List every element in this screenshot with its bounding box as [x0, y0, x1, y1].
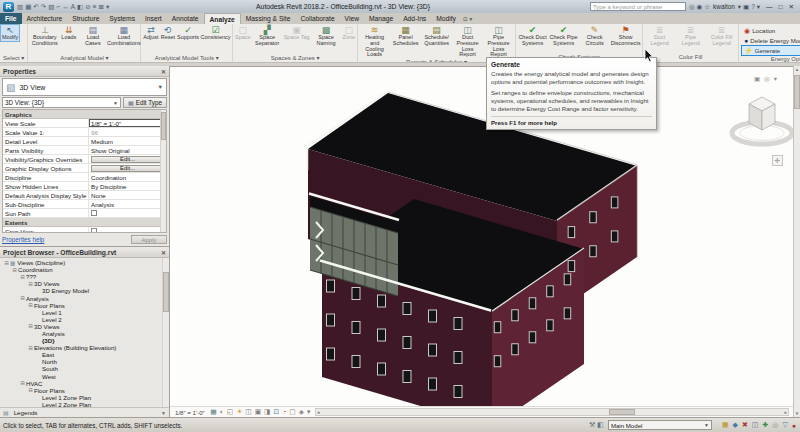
ribbon-button-supports[interactable]: ✓Supports	[176, 25, 200, 41]
drawing-area[interactable]: ▣ ◎ ▾ ✛ 1/8" = 1'-0" ▦◐◱☀◫▣◨⊡◔▢◈▾ ◂ ▸	[170, 66, 793, 417]
property-value-view-scale[interactable]: 1/8" = 1'-0"	[89, 119, 166, 127]
customize-qat-icon[interactable]: ▾	[105, 1, 110, 12]
tree-item-elevations-building-elevation[interactable]: ⊟Elevations (Building Elevation)	[0, 344, 162, 351]
ribbon-button-duct-pressure-loss-report[interactable]: ◫Duct Pressure Loss Report	[452, 25, 483, 58]
expand-icon[interactable]: ⊟	[11, 267, 18, 273]
tab-view[interactable]: View	[340, 13, 364, 24]
selection-count-icon[interactable]: ●	[791, 422, 797, 429]
scrollbar-thumb[interactable]	[163, 272, 169, 312]
ribbon-button-loads[interactable]: ⇊Loads	[60, 25, 77, 41]
apply-button[interactable]: Apply	[131, 235, 167, 244]
chevron-down-icon[interactable]: ▼	[113, 100, 118, 106]
reveal-hidden-icon[interactable]: ◔	[281, 408, 288, 416]
tab-massing-site[interactable]: Massing & Site	[241, 13, 296, 24]
tree-item-floor-plans[interactable]: ⊟Floor Plans	[0, 387, 162, 394]
worksets-icon[interactable]: ⚒	[588, 421, 596, 429]
redo-icon[interactable]: ↷	[40, 1, 47, 12]
ribbon-button-generate[interactable]: ⚡Generate	[742, 46, 800, 55]
signed-in-user[interactable]: kwalton	[713, 3, 735, 10]
ribbon-button-panel-schedules[interactable]: ▦Panel Schedules	[390, 25, 421, 47]
ribbon-button-pipe-pressure-loss-report[interactable]: ◫Pipe Pressure Loss Report	[483, 25, 514, 58]
wheel-icon[interactable]: ◎	[764, 75, 770, 83]
close-icon[interactable]: ✕	[161, 249, 166, 256]
model-graphics-style-icon[interactable]: ▦	[209, 408, 218, 416]
ribbon-button-adjust[interactable]: ⇄Adjust	[142, 25, 159, 41]
unlock-view-icon[interactable]: ◨	[263, 408, 272, 416]
ribbon-button-space-separator[interactable]: ▞Space Separator	[252, 25, 283, 47]
tab-panel-toggle-icon[interactable]: ⊡	[463, 16, 468, 22]
panel-label-analytical-model[interactable]: Analytical Model ▾	[28, 52, 140, 62]
tree-item-coordination[interactable]: ⊟Coordination	[0, 266, 162, 273]
ribbon-button-modify[interactable]: ↖Modify	[1, 25, 19, 41]
revit-logo-icon[interactable]: R	[3, 2, 14, 12]
properties-scrollbar[interactable]	[160, 110, 166, 232]
tree-item-west[interactable]: West	[0, 373, 162, 380]
crop-view-icon[interactable]: ◫	[244, 408, 253, 416]
close-hidden-windows-icon[interactable]: ⊠	[97, 1, 104, 12]
view-scale-control[interactable]: 1/8" = 1'-0"	[172, 409, 208, 416]
section-extents[interactable]: Extents	[3, 218, 166, 227]
tree-item-item[interactable]: ⊟???	[0, 273, 162, 280]
ribbon-button-delete-energy-model[interactable]: ●Delete Energy Model	[742, 36, 800, 45]
tree-item-views-discipline[interactable]: ⊟▦Views (Discipline)	[0, 259, 162, 266]
tab-insert[interactable]: Insert	[140, 13, 167, 24]
properties-help-link[interactable]: Properties help	[2, 236, 44, 243]
tab-architecture[interactable]: Architecture	[22, 13, 68, 24]
horizontal-scrollbar[interactable]: ◂ ▸	[315, 408, 789, 416]
tree-item-3d-views[interactable]: ⊟3D Views	[0, 323, 162, 330]
aligned-dimension-icon[interactable]: ↔	[61, 1, 70, 12]
chevron-down-icon[interactable]: ▼	[158, 84, 163, 90]
tree-item-floor-plans[interactable]: ⊟Floor Plans	[0, 302, 162, 309]
property-value-sub-discipline[interactable]: Analysis	[89, 200, 166, 208]
checkbox[interactable]	[91, 210, 97, 216]
tree-item-east[interactable]: East	[0, 351, 162, 358]
expand-icon[interactable]: ⊟	[27, 345, 34, 351]
expand-icon[interactable]: ⊟	[27, 281, 34, 287]
panel-label-select[interactable]: Select ▾	[0, 52, 27, 62]
chevron-down-icon[interactable]: ▼	[161, 410, 166, 416]
restore-icon[interactable]: □	[776, 3, 786, 11]
communication-center-icon[interactable]: ◉	[696, 3, 704, 11]
scroll-left-icon[interactable]: ◂	[316, 409, 321, 415]
tree-item-3d-energy-model[interactable]: 3D Energy Model	[0, 287, 162, 294]
ribbon-button-consistency[interactable]: ☑Consistency	[200, 25, 231, 41]
close-icon[interactable]: ✕	[161, 68, 166, 75]
section-graphics[interactable]: Graphics	[3, 110, 166, 119]
tree-item-analysis[interactable]: ⊟Analysis	[0, 294, 162, 301]
property-value-visibility-graphics-overrides[interactable]: Edit...	[89, 155, 166, 163]
scrollbar-thumb[interactable]	[609, 409, 635, 415]
close-icon[interactable]: ✕	[786, 3, 797, 11]
ribbon-button-location[interactable]: ◉Location	[742, 26, 800, 35]
navigation-bar-icon[interactable]: ✛	[772, 155, 783, 166]
home-icon[interactable]: ▣	[754, 75, 760, 83]
view-selector[interactable]: 3D View: {3D} ▼	[2, 97, 121, 108]
exclude-options-icon[interactable]: ✖	[741, 421, 749, 429]
scrollbar-thumb[interactable]	[161, 112, 166, 140]
panel-label-color-fill[interactable]: Color Fill	[643, 52, 738, 62]
tab-add-ins[interactable]: Add-Ins	[398, 13, 431, 24]
filter-icon[interactable]: ▽	[781, 421, 788, 429]
ribbon-button-load-combinations[interactable]: ▦Load Combinations	[108, 25, 139, 47]
toolbar-arrow-icon[interactable]: ▾	[774, 75, 777, 83]
expand-icon[interactable]: ⊟	[27, 302, 34, 308]
section-icon[interactable]: ⊘	[84, 1, 91, 12]
3d-view-icon[interactable]: ◧	[76, 1, 84, 12]
scrollbar-thumb[interactable]	[794, 75, 800, 109]
type-selector[interactable]: ▧ 3D View ▼	[2, 78, 167, 96]
chevron-down-icon[interactable]: ▼	[704, 422, 709, 428]
building-3d-model[interactable]	[170, 67, 793, 407]
browser-scrollbar[interactable]	[162, 258, 169, 407]
properties-header[interactable]: Properties ✕	[0, 66, 169, 77]
property-value-detail-level[interactable]: Medium	[89, 137, 166, 145]
scroll-right-icon[interactable]: ▸	[783, 409, 788, 415]
tab-analyze[interactable]: Analyze	[204, 13, 241, 24]
scroll-down-icon[interactable]: ▼	[794, 411, 800, 416]
ribbon-button-schedule-quantities[interactable]: ▤Schedule/ Quantities	[421, 25, 452, 47]
ribbon-button-check-duct-systems[interactable]: ✔Check Duct Systems	[517, 25, 548, 47]
exchange-apps-icon[interactable]: ▣	[742, 3, 750, 11]
edit-button[interactable]: Edit...	[91, 165, 164, 172]
tree-item-hvac[interactable]: ⊟HVAC	[0, 380, 162, 387]
more-icon[interactable]: ▾	[306, 408, 312, 416]
render-icon[interactable]: ☀	[235, 408, 244, 416]
expand-icon[interactable]: ⊟	[19, 295, 26, 301]
